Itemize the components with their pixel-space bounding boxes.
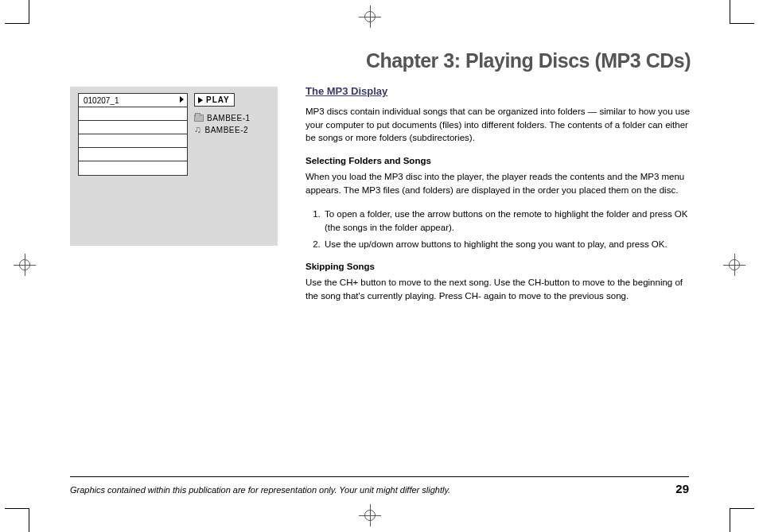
registration-mark-icon bbox=[364, 510, 376, 521]
song-entry: ♫ BAMBEE-2 bbox=[194, 125, 251, 134]
track-row bbox=[79, 121, 187, 134]
track-list: 010207_1 bbox=[78, 93, 188, 176]
mp3-display-figure: 010207_1 PLAY bbox=[70, 87, 278, 246]
play-label: PLAY bbox=[206, 95, 230, 104]
registration-mark-icon bbox=[729, 259, 740, 270]
step-item: Use the up/down arrow buttons to highlig… bbox=[323, 238, 691, 251]
play-indicator-icon bbox=[180, 96, 184, 103]
play-icon bbox=[198, 97, 203, 103]
chapter-title: Chapter 3: Playing Discs (MP3 CDs) bbox=[70, 49, 691, 72]
track-row bbox=[79, 161, 187, 175]
body-paragraph: Use the CH+ button to move to the next s… bbox=[306, 276, 691, 302]
entry-label: BAMBEE-2 bbox=[205, 126, 249, 134]
track-row bbox=[79, 148, 187, 161]
section-heading: The MP3 Display bbox=[306, 85, 691, 97]
music-note-icon: ♫ bbox=[194, 125, 202, 134]
track-row bbox=[79, 134, 187, 148]
registration-mark-icon bbox=[19, 259, 30, 270]
folder-entry: BAMBEE-1 bbox=[194, 114, 251, 122]
step-item: To open a folder, use the arrow buttons … bbox=[323, 208, 691, 234]
intro-paragraph: MP3 discs contain individual songs that … bbox=[306, 105, 691, 145]
track-label: 010207_1 bbox=[84, 96, 119, 105]
subsection-heading: Selecting Folders and Songs bbox=[306, 156, 691, 165]
subsection-heading: Skipping Songs bbox=[306, 262, 691, 271]
folder-icon bbox=[194, 115, 204, 122]
figure-side-panel: PLAY BAMBEE-1 ♫ BAMBEE-2 bbox=[194, 93, 251, 176]
track-row bbox=[79, 107, 187, 121]
steps-list: To open a folder, use the arrow buttons … bbox=[306, 208, 691, 250]
play-status-box: PLAY bbox=[194, 93, 235, 107]
page-content: Chapter 3: Playing Discs (MP3 CDs) 01020… bbox=[70, 0, 691, 314]
footer-disclaimer: Graphics contained within this publicati… bbox=[70, 485, 450, 495]
page-footer: Graphics contained within this publicati… bbox=[70, 476, 689, 495]
text-column: The MP3 Display MP3 discs contain indivi… bbox=[306, 82, 691, 314]
track-row: 010207_1 bbox=[79, 94, 187, 107]
body-paragraph: When you load the MP3 disc into the play… bbox=[306, 170, 691, 196]
entry-label: BAMBEE-1 bbox=[207, 114, 251, 122]
page-number: 29 bbox=[675, 482, 689, 495]
